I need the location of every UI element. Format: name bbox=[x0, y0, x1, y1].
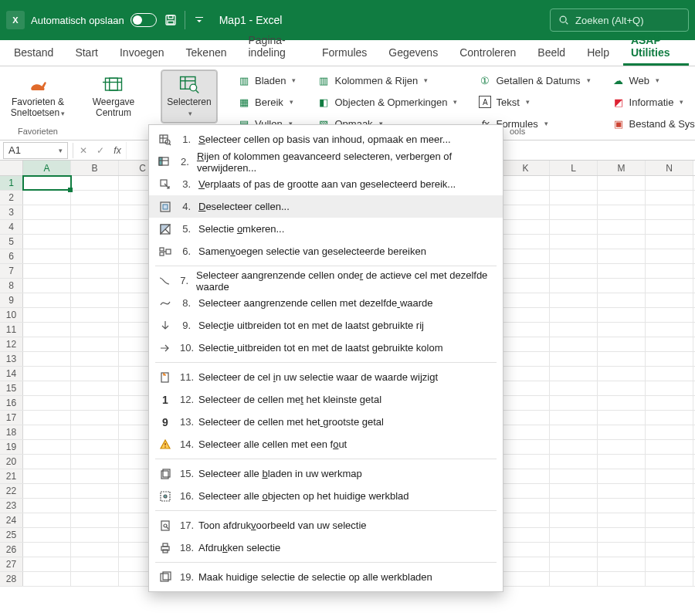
cell[interactable] bbox=[550, 499, 598, 513]
cell[interactable] bbox=[598, 411, 646, 425]
cell[interactable] bbox=[502, 425, 550, 439]
menu-item-8[interactable]: 8.Selecteer aangrenzende cellen met deze… bbox=[149, 292, 503, 314]
cell[interactable] bbox=[23, 323, 71, 337]
cell[interactable] bbox=[502, 528, 550, 542]
bladen-button[interactable]: ▥Bladen▾ bbox=[235, 71, 299, 90]
cell[interactable] bbox=[502, 352, 550, 366]
cell[interactable] bbox=[23, 367, 71, 381]
cell[interactable] bbox=[502, 484, 550, 498]
cell[interactable] bbox=[646, 205, 693, 219]
row-header[interactable]: 11 bbox=[0, 323, 23, 337]
cell[interactable] bbox=[23, 425, 71, 439]
cell[interactable] bbox=[23, 235, 71, 249]
cell[interactable] bbox=[646, 279, 693, 293]
cell[interactable] bbox=[598, 572, 646, 586]
cell[interactable] bbox=[646, 557, 693, 571]
cell[interactable] bbox=[598, 352, 646, 366]
cell[interactable] bbox=[598, 235, 646, 249]
row-header[interactable]: 21 bbox=[0, 469, 23, 483]
cell[interactable] bbox=[71, 513, 119, 527]
autosave-toggle[interactable]: Automatisch opslaan bbox=[31, 13, 157, 27]
cell[interactable] bbox=[23, 337, 71, 351]
cell[interactable] bbox=[598, 337, 646, 351]
cell[interactable] bbox=[646, 220, 693, 234]
bestand-systeem-button[interactable]: ▣Bestand & Systeem▾ bbox=[609, 114, 695, 133]
save-icon[interactable] bbox=[163, 12, 178, 28]
cell[interactable] bbox=[598, 249, 646, 263]
cell[interactable] bbox=[646, 176, 693, 190]
cell[interactable] bbox=[550, 513, 598, 527]
cell[interactable] bbox=[550, 572, 598, 586]
cell[interactable] bbox=[71, 455, 119, 469]
tekst-button[interactable]: ATekst▾ bbox=[476, 93, 593, 111]
menu-item-13[interactable]: 913.Selecteer de cellen met het grootste… bbox=[149, 411, 503, 433]
tab-invoegen[interactable]: Invoegen bbox=[112, 42, 172, 66]
cell[interactable] bbox=[598, 264, 646, 278]
column-header[interactable]: M bbox=[598, 161, 646, 175]
cell[interactable] bbox=[71, 205, 119, 219]
confirm-formula-button[interactable]: ✓ bbox=[92, 142, 109, 159]
cell[interactable] bbox=[71, 543, 119, 557]
cell[interactable] bbox=[502, 469, 550, 483]
cell[interactable] bbox=[502, 455, 550, 469]
cell[interactable] bbox=[502, 249, 550, 263]
cell[interactable] bbox=[502, 308, 550, 322]
cell[interactable] bbox=[71, 499, 119, 513]
cell[interactable] bbox=[598, 425, 646, 439]
row-header[interactable]: 24 bbox=[0, 513, 23, 527]
row-header[interactable]: 5 bbox=[0, 235, 23, 249]
cell[interactable] bbox=[71, 381, 119, 395]
cell[interactable] bbox=[646, 235, 693, 249]
cell[interactable] bbox=[71, 337, 119, 351]
cancel-formula-button[interactable]: ✕ bbox=[75, 142, 92, 159]
cell[interactable] bbox=[646, 249, 693, 263]
cell[interactable] bbox=[598, 220, 646, 234]
column-header[interactable]: B bbox=[71, 161, 119, 175]
weergave-centrum-button[interactable]: WeergaveCentrum bbox=[85, 69, 142, 124]
cell[interactable] bbox=[23, 572, 71, 586]
cell[interactable] bbox=[598, 279, 646, 293]
cell[interactable] bbox=[598, 513, 646, 527]
cell[interactable] bbox=[502, 191, 550, 205]
cell[interactable] bbox=[71, 352, 119, 366]
cell[interactable] bbox=[598, 381, 646, 395]
cell[interactable] bbox=[71, 323, 119, 337]
cell[interactable] bbox=[23, 440, 71, 454]
cell[interactable] bbox=[23, 513, 71, 527]
cell[interactable] bbox=[598, 484, 646, 498]
search-box[interactable]: Zoeken (Alt+Q) bbox=[550, 8, 689, 32]
row-header[interactable]: 16 bbox=[0, 396, 23, 410]
cell[interactable] bbox=[598, 499, 646, 513]
cell[interactable] bbox=[646, 528, 693, 542]
cell[interactable] bbox=[598, 176, 646, 190]
cell[interactable] bbox=[646, 323, 693, 337]
cell[interactable] bbox=[23, 293, 71, 307]
cell[interactable] bbox=[598, 528, 646, 542]
cell[interactable] bbox=[598, 455, 646, 469]
cell[interactable] bbox=[23, 249, 71, 263]
menu-item-9[interactable]: 9.Selectie uitbreiden tot en met de laat… bbox=[149, 314, 503, 337]
row-header[interactable]: 13 bbox=[0, 352, 23, 366]
cell[interactable] bbox=[550, 484, 598, 498]
tab-help[interactable]: Help bbox=[579, 42, 617, 66]
cell[interactable] bbox=[646, 499, 693, 513]
menu-item-19[interactable]: 19.Maak huidige selectie de selectie op … bbox=[149, 566, 503, 588]
cell[interactable] bbox=[502, 323, 550, 337]
cell[interactable] bbox=[71, 264, 119, 278]
cell[interactable] bbox=[71, 235, 119, 249]
row-header[interactable]: 10 bbox=[0, 308, 23, 322]
cell[interactable] bbox=[550, 411, 598, 425]
cell[interactable] bbox=[550, 308, 598, 322]
cell[interactable] bbox=[550, 279, 598, 293]
cell[interactable] bbox=[502, 367, 550, 381]
cell[interactable] bbox=[550, 323, 598, 337]
cell[interactable] bbox=[550, 381, 598, 395]
menu-item-12[interactable]: 112.Selecteer de cellen met het kleinste… bbox=[149, 388, 503, 411]
cell[interactable] bbox=[646, 396, 693, 410]
cell[interactable] bbox=[71, 293, 119, 307]
cell[interactable] bbox=[550, 440, 598, 454]
cell[interactable] bbox=[71, 440, 119, 454]
tab-bestand[interactable]: Bestand bbox=[6, 42, 61, 66]
row-header[interactable]: 12 bbox=[0, 337, 23, 351]
cell[interactable] bbox=[550, 293, 598, 307]
